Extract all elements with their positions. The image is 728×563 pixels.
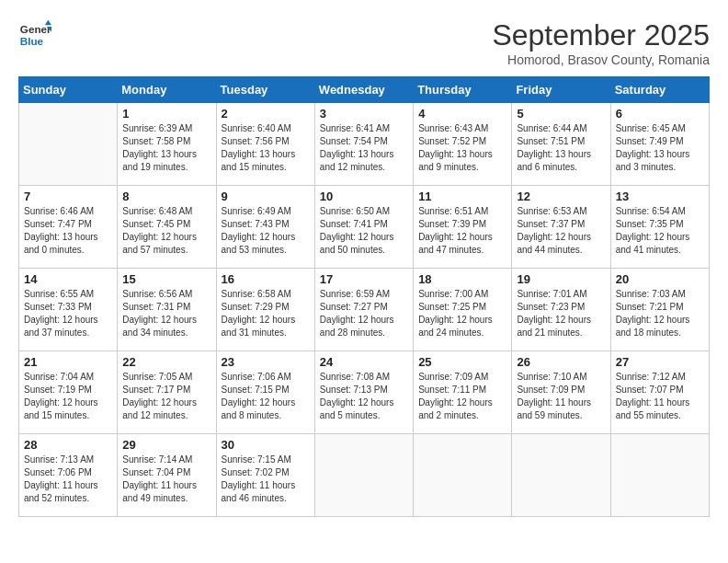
day-info: Sunrise: 7:03 AM Sunset: 7:21 PM Dayligh… bbox=[616, 288, 704, 339]
calendar-cell: 3Sunrise: 6:41 AM Sunset: 7:54 PM Daylig… bbox=[314, 103, 413, 186]
day-info: Sunrise: 6:55 AM Sunset: 7:33 PM Dayligh… bbox=[24, 288, 112, 339]
calendar-cell: 19Sunrise: 7:01 AM Sunset: 7:23 PM Dayli… bbox=[512, 269, 610, 351]
day-info: Sunrise: 6:49 AM Sunset: 7:43 PM Dayligh… bbox=[222, 205, 310, 257]
calendar-cell: 1Sunrise: 6:39 AM Sunset: 7:58 PM Daylig… bbox=[118, 103, 216, 186]
weekday-header-tuesday: Tuesday bbox=[216, 77, 314, 103]
calendar-cell: 20Sunrise: 7:03 AM Sunset: 7:21 PM Dayli… bbox=[610, 269, 709, 351]
day-info: Sunrise: 7:15 AM Sunset: 7:02 PM Dayligh… bbox=[222, 454, 310, 505]
day-info: Sunrise: 7:14 AM Sunset: 7:04 PM Dayligh… bbox=[122, 454, 210, 505]
calendar-cell: 30Sunrise: 7:15 AM Sunset: 7:02 PM Dayli… bbox=[216, 434, 314, 517]
calendar-cell: 25Sunrise: 7:09 AM Sunset: 7:11 PM Dayli… bbox=[414, 351, 512, 434]
day-number: 14 bbox=[24, 272, 112, 286]
day-number: 29 bbox=[122, 438, 210, 452]
calendar-week-row: 7Sunrise: 6:46 AM Sunset: 7:47 PM Daylig… bbox=[19, 186, 710, 269]
calendar-cell: 23Sunrise: 7:06 AM Sunset: 7:15 PM Dayli… bbox=[216, 351, 314, 434]
calendar-table: SundayMondayTuesdayWednesdayThursdayFrid… bbox=[18, 76, 710, 517]
calendar-cell: 14Sunrise: 6:55 AM Sunset: 7:33 PM Dayli… bbox=[19, 269, 118, 351]
calendar-cell bbox=[314, 434, 413, 517]
day-number: 2 bbox=[222, 107, 310, 121]
title-block: September 2025 Homorod, Brasov County, R… bbox=[492, 18, 710, 67]
day-info: Sunrise: 6:48 AM Sunset: 7:45 PM Dayligh… bbox=[122, 205, 210, 257]
calendar-cell: 22Sunrise: 7:05 AM Sunset: 7:17 PM Dayli… bbox=[118, 351, 216, 434]
day-number: 8 bbox=[122, 190, 210, 203]
day-number: 19 bbox=[517, 272, 605, 286]
weekday-header-monday: Monday bbox=[118, 77, 216, 103]
calendar-week-row: 1Sunrise: 6:39 AM Sunset: 7:58 PM Daylig… bbox=[19, 103, 710, 186]
day-info: Sunrise: 6:59 AM Sunset: 7:27 PM Dayligh… bbox=[320, 288, 408, 339]
day-info: Sunrise: 6:41 AM Sunset: 7:54 PM Dayligh… bbox=[320, 122, 408, 174]
day-number: 23 bbox=[222, 355, 310, 369]
day-number: 12 bbox=[517, 190, 605, 203]
calendar-cell: 18Sunrise: 7:00 AM Sunset: 7:25 PM Dayli… bbox=[414, 269, 512, 351]
day-number: 16 bbox=[222, 272, 310, 286]
weekday-header-wednesday: Wednesday bbox=[314, 77, 413, 103]
day-number: 18 bbox=[418, 272, 506, 286]
calendar-cell: 16Sunrise: 6:58 AM Sunset: 7:29 PM Dayli… bbox=[216, 269, 314, 351]
logo-icon: General Blue bbox=[18, 18, 51, 52]
calendar-cell: 15Sunrise: 6:56 AM Sunset: 7:31 PM Dayli… bbox=[118, 269, 216, 351]
logo: General Blue bbox=[18, 18, 51, 52]
calendar-cell: 26Sunrise: 7:10 AM Sunset: 7:09 PM Dayli… bbox=[512, 351, 610, 434]
day-info: Sunrise: 6:58 AM Sunset: 7:29 PM Dayligh… bbox=[222, 288, 310, 339]
day-info: Sunrise: 6:43 AM Sunset: 7:52 PM Dayligh… bbox=[418, 122, 506, 174]
day-number: 20 bbox=[616, 272, 704, 286]
calendar-week-row: 14Sunrise: 6:55 AM Sunset: 7:33 PM Dayli… bbox=[19, 269, 710, 351]
calendar-cell: 24Sunrise: 7:08 AM Sunset: 7:13 PM Dayli… bbox=[314, 351, 413, 434]
day-number: 21 bbox=[24, 355, 112, 369]
day-number: 10 bbox=[320, 190, 408, 203]
weekday-header-friday: Friday bbox=[512, 77, 610, 103]
weekday-header-row: SundayMondayTuesdayWednesdayThursdayFrid… bbox=[19, 77, 710, 103]
day-number: 6 bbox=[616, 107, 704, 121]
day-number: 4 bbox=[418, 107, 506, 121]
day-number: 24 bbox=[320, 355, 408, 369]
calendar-cell: 17Sunrise: 6:59 AM Sunset: 7:27 PM Dayli… bbox=[314, 269, 413, 351]
day-number: 30 bbox=[222, 438, 310, 452]
calendar-cell bbox=[414, 434, 512, 517]
day-info: Sunrise: 6:40 AM Sunset: 7:56 PM Dayligh… bbox=[222, 122, 310, 174]
calendar-cell: 11Sunrise: 6:51 AM Sunset: 7:39 PM Dayli… bbox=[414, 186, 512, 269]
svg-text:Blue: Blue bbox=[20, 35, 44, 47]
calendar-cell: 6Sunrise: 6:45 AM Sunset: 7:49 PM Daylig… bbox=[610, 103, 709, 186]
day-number: 28 bbox=[24, 438, 112, 452]
calendar-week-row: 21Sunrise: 7:04 AM Sunset: 7:19 PM Dayli… bbox=[19, 351, 710, 434]
day-number: 5 bbox=[517, 107, 605, 121]
day-number: 15 bbox=[122, 272, 210, 286]
calendar-cell bbox=[19, 103, 118, 186]
day-number: 13 bbox=[616, 190, 704, 203]
day-info: Sunrise: 7:09 AM Sunset: 7:11 PM Dayligh… bbox=[418, 371, 506, 422]
calendar-cell: 4Sunrise: 6:43 AM Sunset: 7:52 PM Daylig… bbox=[414, 103, 512, 186]
day-info: Sunrise: 7:04 AM Sunset: 7:19 PM Dayligh… bbox=[24, 371, 112, 422]
calendar-cell bbox=[512, 434, 610, 517]
day-info: Sunrise: 7:06 AM Sunset: 7:15 PM Dayligh… bbox=[222, 371, 310, 422]
day-info: Sunrise: 7:13 AM Sunset: 7:06 PM Dayligh… bbox=[24, 454, 112, 505]
day-info: Sunrise: 7:08 AM Sunset: 7:13 PM Dayligh… bbox=[320, 371, 408, 422]
month-title: September 2025 bbox=[492, 18, 710, 52]
day-number: 22 bbox=[122, 355, 210, 369]
day-number: 3 bbox=[320, 107, 408, 121]
day-number: 26 bbox=[517, 355, 605, 369]
calendar-cell: 12Sunrise: 6:53 AM Sunset: 7:37 PM Dayli… bbox=[512, 186, 610, 269]
calendar-cell: 9Sunrise: 6:49 AM Sunset: 7:43 PM Daylig… bbox=[216, 186, 314, 269]
day-info: Sunrise: 7:01 AM Sunset: 7:23 PM Dayligh… bbox=[517, 288, 605, 339]
calendar-cell: 2Sunrise: 6:40 AM Sunset: 7:56 PM Daylig… bbox=[216, 103, 314, 186]
weekday-header-thursday: Thursday bbox=[414, 77, 512, 103]
day-number: 11 bbox=[418, 190, 506, 203]
calendar-cell: 27Sunrise: 7:12 AM Sunset: 7:07 PM Dayli… bbox=[610, 351, 709, 434]
day-info: Sunrise: 6:45 AM Sunset: 7:49 PM Dayligh… bbox=[616, 122, 704, 174]
day-info: Sunrise: 6:46 AM Sunset: 7:47 PM Dayligh… bbox=[24, 205, 112, 257]
day-number: 27 bbox=[616, 355, 704, 369]
day-number: 25 bbox=[418, 355, 506, 369]
day-number: 1 bbox=[122, 107, 210, 121]
day-info: Sunrise: 7:10 AM Sunset: 7:09 PM Dayligh… bbox=[517, 371, 605, 422]
calendar-cell: 5Sunrise: 6:44 AM Sunset: 7:51 PM Daylig… bbox=[512, 103, 610, 186]
day-number: 9 bbox=[222, 190, 310, 203]
calendar-cell: 8Sunrise: 6:48 AM Sunset: 7:45 PM Daylig… bbox=[118, 186, 216, 269]
day-info: Sunrise: 6:56 AM Sunset: 7:31 PM Dayligh… bbox=[122, 288, 210, 339]
day-info: Sunrise: 6:53 AM Sunset: 7:37 PM Dayligh… bbox=[517, 205, 605, 257]
calendar-cell: 10Sunrise: 6:50 AM Sunset: 7:41 PM Dayli… bbox=[314, 186, 413, 269]
calendar-cell: 21Sunrise: 7:04 AM Sunset: 7:19 PM Dayli… bbox=[19, 351, 118, 434]
weekday-header-saturday: Saturday bbox=[610, 77, 709, 103]
calendar-cell: 7Sunrise: 6:46 AM Sunset: 7:47 PM Daylig… bbox=[19, 186, 118, 269]
weekday-header-sunday: Sunday bbox=[19, 77, 118, 103]
location-subtitle: Homorod, Brasov County, Romania bbox=[492, 52, 710, 67]
